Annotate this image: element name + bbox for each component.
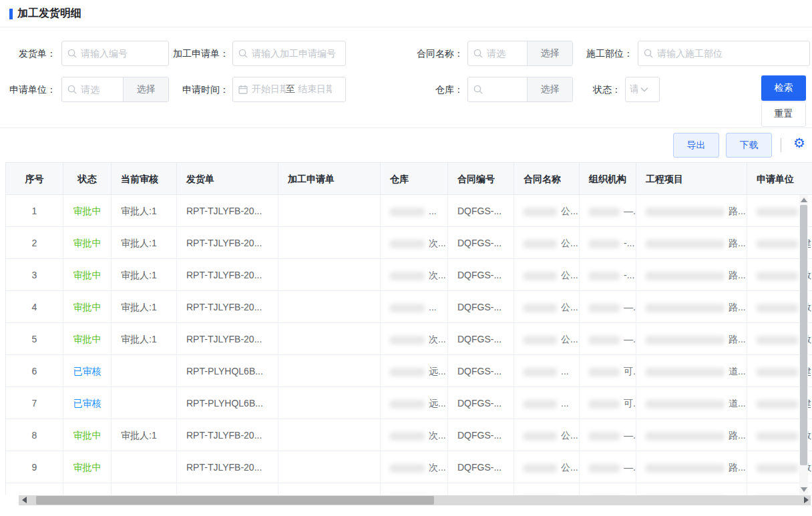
- table-cell-warehouse: 次...: [381, 451, 448, 483]
- contract-search-input[interactable]: [487, 48, 522, 59]
- search-icon: [238, 49, 248, 58]
- table-cell-status: 审批中: [63, 451, 112, 483]
- redacted-tail-text: 次...: [429, 334, 446, 344]
- gear-icon[interactable]: ⚙: [792, 136, 807, 150]
- scroll-left-arrow[interactable]: [22, 497, 27, 503]
- location-search-input[interactable]: [657, 48, 804, 59]
- redacted-tail-text: —...: [624, 334, 636, 344]
- redacted-tail-text: 远...: [429, 366, 446, 376]
- table-cell-shipment: RPT-TJLYFB-20...: [177, 291, 278, 323]
- contract-select-button[interactable]: 选择: [527, 41, 572, 65]
- redacted-text: [390, 400, 425, 409]
- download-button[interactable]: 下载: [726, 133, 772, 158]
- table-cell-contract_no: DQFGS-...: [448, 355, 514, 387]
- contract-filter-label: 合同名称：: [398, 41, 463, 66]
- scroll-up-arrow[interactable]: [801, 198, 807, 202]
- table-cell-warehouse: ...: [381, 195, 448, 227]
- search-icon: [473, 49, 483, 58]
- redacted-tail-text: -...: [624, 238, 634, 248]
- redacted-text: [589, 464, 620, 473]
- table-cell-contract_name: 公...: [514, 451, 580, 483]
- table-cell-warehouse: 次...: [381, 227, 448, 259]
- search-icon: [644, 49, 653, 58]
- scroll-down-arrow[interactable]: [801, 487, 807, 492]
- redacted-tail-text: 格...: [729, 494, 746, 495]
- table-cell-shipment: RPT-TJLYFB-20...: [177, 419, 278, 451]
- table-cell-status: 已审核: [63, 355, 112, 387]
- redacted-tail-text: 路...: [729, 302, 746, 312]
- status-badge: 审批中: [73, 270, 102, 280]
- redacted-tail-text: ...: [429, 206, 437, 216]
- search-icon: [67, 85, 77, 94]
- table-cell-org: —...: [580, 195, 636, 227]
- redacted-tail-text: 路...: [729, 270, 746, 280]
- redacted-text: [646, 272, 725, 280]
- table-cell-processing: [278, 291, 381, 323]
- table-cell-contract_name: 公...: [514, 323, 580, 355]
- time-range-picker[interactable]: 开始日期 至 结束日期: [232, 77, 346, 102]
- table-cell-no: 10: [6, 483, 63, 495]
- processing-search-input[interactable]: [252, 48, 340, 59]
- redacted-text: [757, 368, 798, 376]
- unit-filter-label: 申请单位：: [0, 77, 56, 102]
- column-header-reviewer: 当前审核: [112, 163, 177, 195]
- redacted-text: [589, 208, 620, 216]
- search-button[interactable]: 检索: [761, 75, 806, 101]
- status-badge: 审批中: [73, 430, 102, 441]
- horizontal-scrollbar-thumb[interactable]: [36, 496, 434, 505]
- status-badge: 审批中: [73, 334, 102, 344]
- status-filter-label: 状态：: [565, 77, 621, 102]
- scroll-right-arrow[interactable]: [804, 497, 809, 503]
- table-cell-reviewer: 审批人:1: [112, 227, 177, 259]
- search-icon: [67, 49, 77, 58]
- table-cell-status: 审批中: [63, 227, 112, 259]
- unit-select-button[interactable]: 选择: [123, 77, 168, 101]
- processing-filter-input-wrap: [232, 41, 346, 66]
- date-separator: 至: [286, 83, 295, 95]
- table-cell-contract_no: DQFGS-...: [448, 227, 514, 259]
- redacted-text: [390, 432, 425, 441]
- redacted-text: [646, 400, 725, 409]
- column-header-status: 状态: [63, 163, 112, 195]
- vertical-scrollbar-thumb[interactable]: [800, 205, 807, 465]
- status-select[interactable]: 请选择: [625, 77, 660, 102]
- warehouse-filter-group: 选择: [467, 77, 573, 102]
- redacted-text: [589, 304, 620, 312]
- redacted-text: [390, 368, 425, 376]
- table-row: 6已审核RPT-PLYHQL6B...远...DQFGS-......可...道…: [6, 355, 812, 387]
- table-cell-status: 已审核: [63, 387, 112, 419]
- redacted-tail-text: 公...: [561, 270, 578, 280]
- redacted-text: [524, 400, 557, 409]
- table-body: 1审批中审批人:1RPT-TJLYFB-20......DQFGS-...公..…: [6, 195, 812, 495]
- table-cell-project: 道...: [636, 387, 747, 419]
- location-filter-input-wrap: [638, 41, 810, 66]
- filter-panel: 发货单： 加工申请单： 合同名称： 选择 施工部位： 申请单位： 选择 申请时间…: [0, 27, 812, 128]
- redacted-tail-text: ...: [429, 302, 437, 312]
- column-header-shipment: 发货单: [177, 163, 278, 195]
- table-cell-reviewer: [112, 451, 177, 483]
- table-cell-contract_name: 公...: [514, 291, 580, 323]
- time-filter-label: 申请时间：: [164, 77, 229, 102]
- column-header-contract_name: 合同名称: [514, 163, 580, 195]
- reset-button[interactable]: 重置: [761, 101, 806, 127]
- table-cell-warehouse: 改: [381, 483, 448, 495]
- table-cell-no: 2: [6, 227, 63, 259]
- shipment-search-input[interactable]: [81, 48, 163, 59]
- table-cell-contract_name: 公...: [514, 419, 580, 451]
- redacted-text: [646, 304, 725, 312]
- table-cell-shipment: RPT-PLYHQL6B...: [177, 387, 278, 419]
- horizontal-scrollbar[interactable]: [19, 495, 811, 505]
- table-cell-project: 路...: [636, 227, 747, 259]
- toolbar-divider: [781, 138, 781, 152]
- column-header-org: 组织机构: [580, 163, 636, 195]
- redacted-tail-text: 公...: [561, 334, 578, 344]
- redacted-text: [589, 368, 620, 376]
- table-cell-shipment: RPT-TJLYFB-20...: [177, 195, 278, 227]
- table-cell-reviewer: 审批人:1: [112, 259, 177, 291]
- export-button[interactable]: 导出: [673, 133, 719, 158]
- table-cell-warehouse: ...: [381, 291, 448, 323]
- redacted-text: [524, 464, 557, 473]
- table-cell-processing: [278, 483, 381, 495]
- warehouse-search-input[interactable]: [487, 84, 522, 95]
- unit-search-input[interactable]: [81, 84, 118, 95]
